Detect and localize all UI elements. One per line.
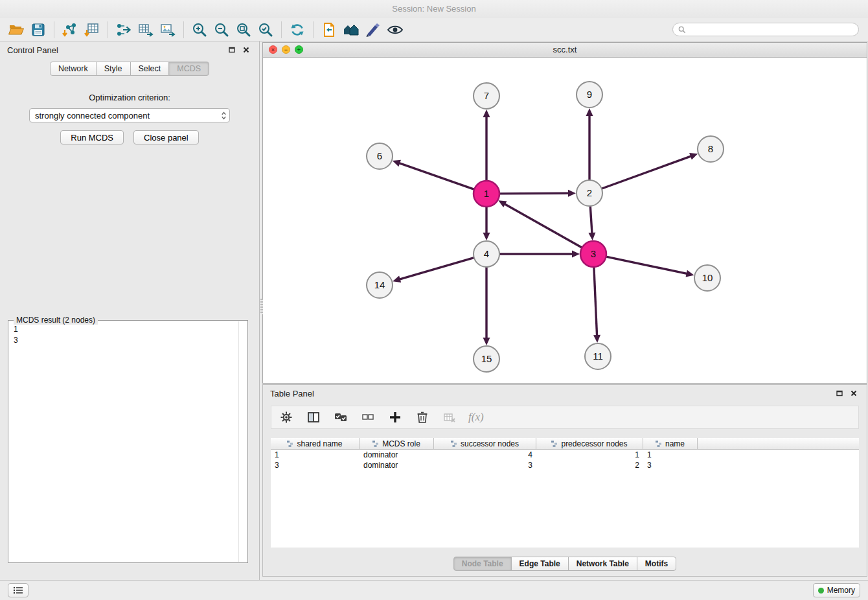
graph-edge[interactable]	[398, 163, 475, 189]
memory-status-icon	[818, 588, 824, 594]
table-cell: 1	[536, 450, 643, 459]
graph-node-label: 4	[484, 248, 489, 259]
mcds-result-box: MCDS result (2 nodes) 13	[8, 320, 248, 563]
network-window-title: scc.txt	[553, 45, 577, 54]
show-hide-eye-icon[interactable]	[384, 20, 406, 40]
style-document-icon[interactable]	[318, 20, 340, 40]
delete-row-icon[interactable]	[414, 409, 431, 426]
table-row[interactable]: 1dominator411	[271, 450, 859, 460]
column-header-name[interactable]: name	[643, 438, 698, 450]
close-panel-button[interactable]: Close panel	[133, 130, 199, 144]
export-image-icon[interactable]	[157, 20, 179, 40]
optimization-criterion-select[interactable]: strongly connected component	[29, 108, 230, 122]
float-table-panel-icon[interactable]	[834, 388, 845, 398]
table-panel: Table Panel f(x)	[262, 384, 867, 577]
control-panel-title: Control Panel	[7, 45, 58, 55]
dropdown-stepper-icon	[221, 111, 227, 121]
export-network-icon[interactable]	[113, 20, 135, 40]
toolbar-separator	[281, 21, 282, 38]
table-row[interactable]: 3dominator323	[271, 460, 859, 470]
export-table-icon[interactable]	[135, 20, 157, 40]
zoom-selected-icon[interactable]	[255, 20, 277, 40]
tab-select[interactable]: Select	[130, 62, 170, 76]
style-brush-icon[interactable]	[362, 20, 384, 40]
table-cell: 2	[536, 461, 643, 470]
mcds-result-content: 13	[8, 321, 247, 349]
column-header-predecessor-nodes[interactable]: predecessor nodes	[536, 438, 643, 450]
attribute-icon	[551, 441, 558, 447]
minimize-window-button[interactable]: −	[282, 45, 290, 54]
optimization-criterion-label: Optimization criterion:	[0, 93, 259, 102]
column-header-shared-name[interactable]: shared name	[271, 438, 360, 450]
tab-node-table[interactable]: Node Table	[453, 557, 512, 571]
zoom-window-button[interactable]: +	[295, 45, 303, 54]
graph-edge[interactable]	[606, 257, 688, 274]
save-session-icon[interactable]	[27, 20, 49, 40]
import-table-icon[interactable]	[81, 20, 103, 40]
close-table-panel-icon[interactable]	[848, 388, 860, 398]
graph-edge-arrow	[586, 108, 593, 116]
graph-node-label: 10	[702, 272, 713, 283]
select-all-icon[interactable]	[332, 409, 349, 426]
column-header-successor-nodes[interactable]: successor nodes	[434, 438, 536, 450]
graph-edge[interactable]	[594, 266, 597, 336]
graph-edge[interactable]	[399, 257, 475, 279]
home-layout-icon[interactable]	[340, 20, 362, 40]
zoom-fit-icon[interactable]	[233, 20, 255, 40]
attribute-icon	[372, 441, 379, 447]
search-input[interactable]	[689, 25, 853, 35]
tab-edge-table[interactable]: Edge Table	[511, 557, 569, 571]
tab-network[interactable]: Network	[50, 62, 97, 76]
tab-mcds[interactable]: MCDS	[168, 62, 209, 76]
toolbar-separator	[313, 21, 314, 38]
table-cell: 3	[643, 461, 698, 470]
control-panel-tabs: Network Style Select MCDS	[0, 62, 259, 76]
tab-network-table[interactable]: Network Table	[568, 557, 637, 571]
table-cell: 1	[271, 450, 360, 459]
graph-node-label: 15	[481, 353, 492, 364]
attribute-icon	[656, 441, 662, 447]
table-tabs: Node Table Edge Table Network Table Moti…	[263, 557, 867, 571]
zoom-out-icon[interactable]	[211, 20, 233, 40]
memory-label: Memory	[827, 586, 855, 595]
tab-style[interactable]: Style	[96, 62, 131, 76]
column-header-mcds-role[interactable]: MCDS role	[360, 438, 434, 450]
close-panel-icon[interactable]	[240, 45, 252, 55]
graph-node-label: 3	[591, 248, 596, 259]
window-titlebar: Session: New Session	[0, 0, 868, 19]
graph-edge[interactable]	[590, 205, 592, 234]
column-layout-icon[interactable]	[305, 409, 322, 426]
graph-node-label: 7	[484, 90, 489, 101]
add-row-icon[interactable]	[387, 409, 404, 426]
table-settings-gear-icon[interactable]	[278, 409, 295, 426]
memory-button[interactable]: Memory	[813, 583, 860, 597]
graph-edge-arrow	[393, 160, 401, 167]
float-panel-icon[interactable]	[226, 45, 238, 55]
graph-node-label: 11	[593, 351, 603, 362]
main-toolbar	[0, 18, 868, 41]
result-scrollbar[interactable]	[238, 321, 239, 562]
table-cell: 3	[434, 461, 536, 470]
table-panel-header: Table Panel	[263, 385, 867, 402]
splitter-handle-vertical[interactable]	[260, 299, 263, 314]
task-history-button[interactable]	[8, 583, 29, 597]
search-icon	[678, 26, 686, 34]
deselect-all-icon[interactable]	[360, 409, 376, 426]
close-window-button[interactable]: ×	[269, 45, 277, 54]
table-cell: dominator	[360, 461, 434, 470]
graph-edge[interactable]	[504, 203, 582, 248]
graph-edge-arrow	[483, 338, 490, 345]
import-network-icon[interactable]	[59, 20, 81, 40]
tab-motifs[interactable]: Motifs	[637, 557, 676, 571]
search-field[interactable]	[672, 23, 859, 36]
run-mcds-button[interactable]: Run MCDS	[60, 130, 124, 144]
refresh-icon[interactable]	[286, 20, 308, 40]
column-header-filler	[698, 438, 859, 450]
graph-edge-arrow	[568, 190, 576, 197]
network-canvas[interactable]: 7968124314101511	[263, 58, 867, 384]
zoom-in-icon[interactable]	[188, 20, 211, 40]
table-cell: dominator	[360, 450, 434, 459]
graph-edge[interactable]	[499, 193, 569, 194]
open-session-icon[interactable]	[5, 20, 27, 40]
graph-edge[interactable]	[601, 156, 692, 189]
